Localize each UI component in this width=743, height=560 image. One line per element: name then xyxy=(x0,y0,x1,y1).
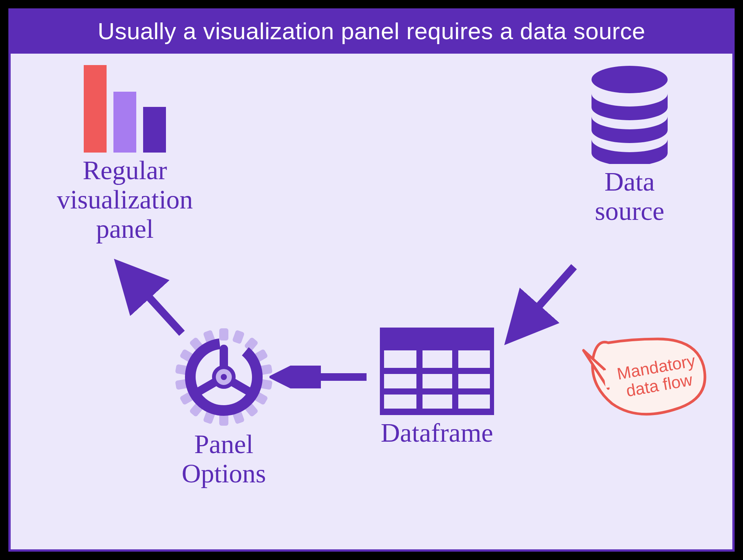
svg-line-17 xyxy=(123,269,182,333)
svg-line-15 xyxy=(513,267,574,335)
diagram-panel: Usually a visualization panel requires a… xyxy=(8,8,735,552)
node-panel-options: Panel Options xyxy=(151,328,296,488)
data-source-label: Data source xyxy=(561,167,698,226)
label-line: visualization xyxy=(33,185,216,214)
diagram-frame: Usually a visualization panel requires a… xyxy=(0,0,743,560)
viz-panel-label: Regular visualization panel xyxy=(33,156,216,243)
node-data-source: Data source xyxy=(561,65,698,226)
label-line: panel xyxy=(33,214,216,243)
panel-options-label: Panel Options xyxy=(151,430,296,488)
database-icon xyxy=(586,65,673,164)
arrow-options-to-viz xyxy=(106,255,197,347)
label-line: Panel xyxy=(151,430,296,459)
svg-rect-1 xyxy=(219,328,228,340)
label-line: Regular xyxy=(33,156,216,185)
bar-purple xyxy=(143,107,166,153)
svg-rect-10 xyxy=(381,328,493,350)
svg-point-8 xyxy=(221,374,227,380)
label-line: source xyxy=(561,196,698,226)
bar-chart-icon xyxy=(33,65,216,153)
bar-lilac xyxy=(113,92,136,153)
svg-point-0 xyxy=(592,66,668,93)
arrow-dataframe-to-options xyxy=(269,366,376,388)
label-line: Data xyxy=(561,167,698,196)
table-icon xyxy=(380,328,494,415)
label-line: Options xyxy=(151,459,296,488)
node-viz-panel: Regular visualization panel xyxy=(33,65,216,243)
diagram-title: Usually a visualization panel requires a… xyxy=(11,11,732,54)
bar-red xyxy=(84,65,107,153)
diagram-canvas: Regular visualization panel Data source xyxy=(11,54,732,550)
dataframe-label: Dataframe xyxy=(353,418,521,447)
arrow-datasource-to-dataframe xyxy=(494,255,593,354)
